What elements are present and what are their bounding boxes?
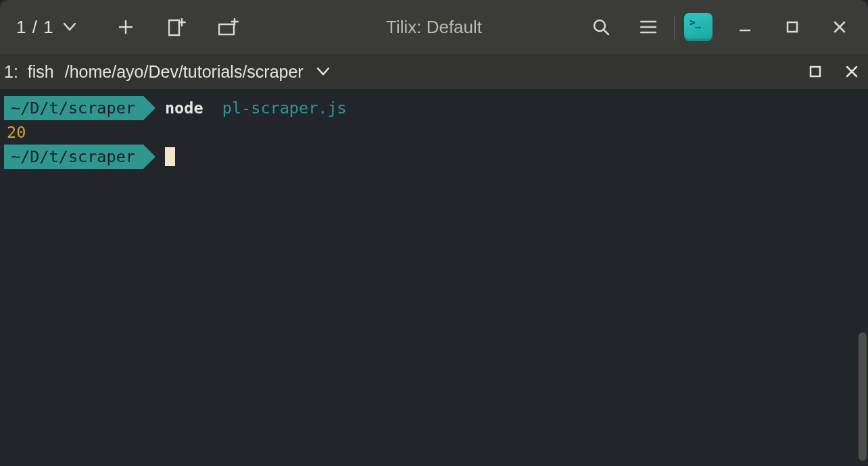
hamburger-icon: [640, 20, 656, 34]
add-terminal-right-button[interactable]: [161, 11, 193, 43]
terminal-glyph-icon: >_: [690, 18, 701, 27]
minimize-button[interactable]: [729, 11, 761, 43]
close-icon: [833, 20, 846, 34]
terminal-tab[interactable]: 1: fish /home/ayo/Dev/tutorials/scraper: [4, 62, 304, 82]
chevron-down-icon: [317, 68, 329, 76]
terminal-tabbar: 1: fish /home/ayo/Dev/tutorials/scraper: [0, 54, 868, 89]
svg-rect-4: [811, 67, 820, 76]
tab-close-button[interactable]: [842, 62, 861, 81]
chevron-down-icon: [64, 23, 76, 31]
terminal-line: 20: [4, 120, 864, 145]
session-counter[interactable]: 1 / 1: [12, 17, 80, 38]
prompt-path-chip: ~/D/t/scraper: [4, 96, 143, 120]
command-argument: pl-scraper.js: [222, 99, 347, 118]
scrollbar-thumb[interactable]: [859, 332, 867, 461]
terminal-line: ~/D/t/scraper node pl-scraper.js: [4, 96, 864, 120]
tab-path: /home/ayo/Dev/tutorials/scraper: [65, 62, 304, 82]
split-right-icon: [168, 18, 186, 36]
tab-index: 1: [4, 62, 14, 81]
maximize-button[interactable]: [776, 11, 809, 43]
command-text: node pl-scraper.js: [165, 96, 347, 120]
maximize-icon: [786, 21, 798, 33]
prompt-path-text: ~/D/t/scraper: [11, 96, 135, 120]
prompt-path-chip: ~/D/t/scraper: [4, 145, 143, 169]
minimize-icon: [738, 20, 752, 34]
svg-rect-0: [169, 20, 179, 35]
command-binary: node: [165, 99, 203, 118]
tab-shell: fish: [28, 62, 54, 82]
tab-menu-button[interactable]: [317, 68, 329, 76]
window-titlebar: 1 / 1 Tilix: Default >_: [0, 0, 868, 54]
tab-maximize-button[interactable]: [806, 62, 825, 81]
split-down-icon: [218, 18, 239, 36]
command-output: 20: [4, 120, 26, 145]
svg-rect-3: [788, 22, 797, 32]
app-icon: >_: [684, 13, 713, 41]
add-terminal-down-button[interactable]: [212, 11, 245, 43]
search-button[interactable]: [585, 11, 617, 43]
svg-rect-1: [219, 24, 234, 34]
terminal-viewport[interactable]: ~/D/t/scraper node pl-scraper.js 20 ~/D/…: [0, 89, 868, 466]
maximize-icon: [809, 66, 821, 78]
terminal-cursor: [165, 147, 175, 166]
window-title: Tilix: Default: [386, 17, 482, 38]
titlebar-separator: [674, 15, 675, 39]
prompt-path-text: ~/D/t/scraper: [11, 145, 135, 169]
terminal-line: ~/D/t/scraper: [4, 145, 864, 169]
close-icon: [845, 65, 859, 78]
search-icon: [592, 18, 610, 36]
plus-icon: [118, 20, 133, 34]
hamburger-menu-button[interactable]: [632, 11, 665, 43]
new-session-button[interactable]: [110, 11, 142, 43]
session-counter-text: 1 / 1: [16, 17, 54, 38]
close-window-button[interactable]: [823, 11, 856, 43]
